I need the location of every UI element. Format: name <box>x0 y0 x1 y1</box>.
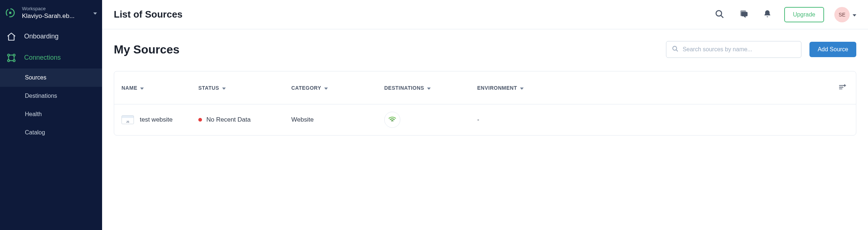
upgrade-button[interactable]: Upgrade <box>784 7 824 22</box>
th-destinations[interactable]: DESTINATIONS <box>384 85 477 91</box>
search-icon <box>671 45 679 54</box>
cell-name: JS test website <box>121 115 198 124</box>
avatar: SE <box>834 7 850 22</box>
wifi-icon <box>388 115 397 125</box>
nav-label: Connections <box>24 54 61 62</box>
bell-icon <box>763 10 772 19</box>
search-button[interactable] <box>712 7 726 22</box>
th-label: ENVIRONMENT <box>477 85 517 91</box>
status-text: No Recent Data <box>206 116 251 123</box>
workspace-text: Workspace Klaviyo-Sarah.eb... <box>22 6 90 20</box>
th-status[interactable]: STATUS <box>198 85 291 91</box>
th-category[interactable]: CATEGORY <box>291 85 384 91</box>
svg-line-7 <box>721 15 723 17</box>
sort-icon <box>222 85 226 91</box>
svg-line-9 <box>676 50 678 51</box>
sub-nav: Sources Destinations Health Catalog <box>0 68 102 142</box>
topbar-actions: Upgrade SE <box>712 7 856 22</box>
source-name: test website <box>140 116 173 123</box>
connections-icon <box>7 53 16 63</box>
section-title: My Sources <box>114 43 666 56</box>
destination-badge[interactable] <box>384 112 400 128</box>
chevron-down-icon <box>93 10 97 16</box>
category-text: Website <box>291 116 314 123</box>
cell-destinations <box>384 112 477 128</box>
table-header: NAME STATUS CATEGORY DESTINATIONS ENVIRO… <box>114 71 856 104</box>
th-name[interactable]: NAME <box>121 85 198 91</box>
sub-nav-health[interactable]: Health <box>0 105 102 123</box>
search-box[interactable] <box>666 41 801 58</box>
nav-connections[interactable]: Connections <box>0 47 102 68</box>
th-label: STATUS <box>198 85 219 91</box>
workspace-switcher[interactable]: Workspace Klaviyo-Sarah.eb... <box>0 0 102 26</box>
sort-icon <box>324 85 328 91</box>
th-label: DESTINATIONS <box>384 85 424 91</box>
chat-icon <box>739 9 748 20</box>
nav-onboarding[interactable]: Onboarding <box>0 26 102 47</box>
svg-rect-1 <box>9 12 11 14</box>
page-title: List of Sources <box>114 9 712 20</box>
nav-label: Onboarding <box>24 33 59 40</box>
content: My Sources Add Source NAME ST <box>102 29 868 147</box>
cell-environment: - <box>477 116 543 123</box>
sub-nav-destinations[interactable]: Destinations <box>0 87 102 105</box>
chevron-down-icon <box>853 11 856 18</box>
workspace-name: Klaviyo-Sarah.eb... <box>22 12 90 20</box>
section-header: My Sources Add Source <box>114 41 856 58</box>
status-dot-icon <box>198 118 202 122</box>
sort-icon <box>520 85 524 91</box>
sort-icon <box>140 85 144 91</box>
th-environment[interactable]: ENVIRONMENT <box>477 85 543 91</box>
th-label: NAME <box>121 85 137 91</box>
user-menu[interactable]: SE <box>834 7 856 22</box>
add-source-button[interactable]: Add Source <box>809 42 856 57</box>
sub-nav-catalog[interactable]: Catalog <box>0 123 102 142</box>
filter-add-icon <box>838 83 846 92</box>
environment-text: - <box>477 116 479 123</box>
topbar: List of Sources <box>102 0 868 29</box>
cell-category: Website <box>291 116 384 123</box>
search-icon <box>715 9 724 20</box>
th-label: CATEGORY <box>291 85 321 91</box>
sort-icon <box>427 85 431 91</box>
cell-status: No Recent Data <box>198 116 291 123</box>
notifications-button[interactable] <box>761 7 774 22</box>
home-icon <box>7 32 16 41</box>
sidebar: Workspace Klaviyo-Sarah.eb... Onboarding <box>0 0 102 230</box>
sub-nav-sources[interactable]: Sources <box>0 68 102 87</box>
sources-table: NAME STATUS CATEGORY DESTINATIONS ENVIRO… <box>114 71 856 136</box>
main: List of Sources <box>102 0 868 230</box>
add-column-button[interactable] <box>836 81 849 94</box>
workspace-label: Workspace <box>22 6 90 12</box>
workspace-logo-icon <box>5 8 15 18</box>
chat-button[interactable] <box>737 7 751 22</box>
search-input[interactable] <box>682 46 796 53</box>
th-actions <box>543 81 849 94</box>
source-type-icon: JS <box>121 115 134 124</box>
table-row[interactable]: JS test website No Recent Data Website <box>114 104 856 135</box>
